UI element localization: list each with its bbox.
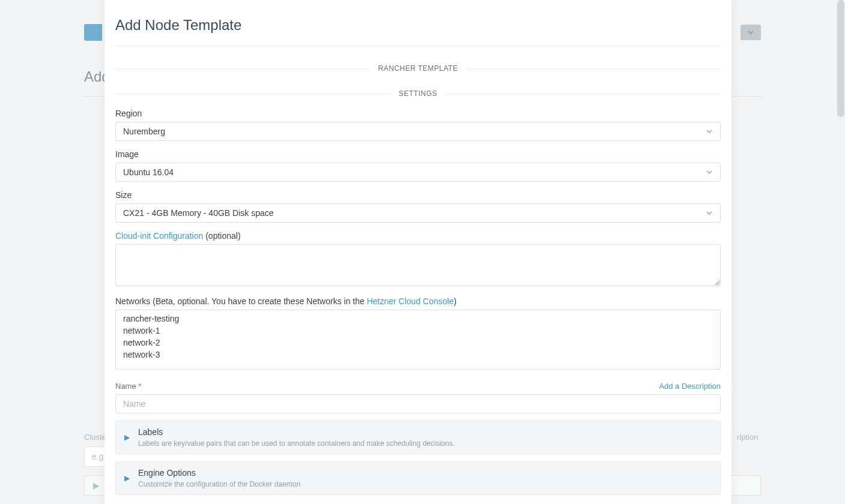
triangle-right-icon: ▶	[124, 433, 130, 442]
list-item[interactable]: network-1	[116, 325, 712, 337]
cloudinit-field: Cloud-init Configuration (optional)	[115, 231, 721, 288]
triangle-right-icon: ▶	[124, 474, 130, 482]
labels-accordion[interactable]: ▶ Labels Labels are key/value pairs that…	[115, 421, 721, 454]
chevron-down-icon	[706, 209, 713, 217]
app-logo	[84, 24, 102, 41]
engine-title: Engine Options	[138, 468, 300, 478]
networks-field: Networks (Beta, optional. You have to cr…	[115, 296, 721, 370]
cloudinit-link[interactable]: Cloud-init Configuration	[115, 231, 203, 241]
image-field: Image Ubuntu 16.04	[115, 149, 721, 182]
name-label: Name	[115, 382, 136, 391]
networks-label-post: )	[453, 296, 456, 306]
required-asterisk: *	[138, 382, 141, 391]
region-select[interactable]: Nuremberg	[115, 122, 721, 141]
cloudinit-label: Cloud-init Configuration (optional)	[115, 231, 721, 241]
section-rancher-template: RANCHER TEMPLATE	[115, 64, 721, 73]
chevron-down-icon	[706, 128, 713, 135]
region-field: Region Nuremberg	[115, 109, 721, 141]
region-label: Region	[115, 109, 721, 118]
section-settings: SETTINGS	[115, 89, 721, 98]
list-item[interactable]: rancher-testing	[116, 313, 712, 325]
listbox-scrollbar[interactable]	[712, 310, 721, 370]
image-value: Ubuntu 16.04	[123, 167, 174, 177]
section-label: RANCHER TEMPLATE	[370, 64, 467, 73]
engine-desc: Customize the configuration of the Docke…	[138, 480, 300, 488]
name-row: Name * Add a Description	[115, 382, 721, 391]
size-value: CX21 - 4GB Memory - 40GB Disk space	[123, 208, 274, 218]
chevron-down-icon	[747, 29, 754, 36]
networks-listbox[interactable]: rancher-testing network-1 network-2 netw…	[115, 310, 712, 370]
header-dropdown-button[interactable]	[741, 25, 761, 40]
region-value: Nuremberg	[123, 127, 165, 136]
page-scrollbar[interactable]	[837, 0, 844, 117]
cloudinit-textarea[interactable]	[115, 244, 721, 286]
size-label: Size	[115, 190, 721, 200]
labels-desc: Labels are key/value pairs that can be u…	[138, 439, 455, 448]
labels-title: Labels	[138, 427, 455, 437]
add-node-template-modal: Add Node Template RANCHER TEMPLATE SETTI…	[104, 0, 731, 504]
size-field: Size CX21 - 4GB Memory - 40GB Disk space	[115, 190, 721, 223]
triangle-right-icon: ▶	[93, 481, 100, 490]
chevron-down-icon	[706, 169, 713, 176]
networks-label-pre: Networks (Beta, optional. You have to cr…	[115, 296, 367, 306]
backdrop-right-label: ription	[737, 433, 761, 442]
section-label: SETTINGS	[390, 89, 446, 98]
engine-options-accordion[interactable]: ▶ Engine Options Customize the configura…	[115, 461, 721, 495]
add-description-link[interactable]: Add a Description	[659, 382, 721, 391]
cloudinit-optional: (optional)	[203, 231, 240, 241]
networks-label: Networks (Beta, optional. You have to cr…	[115, 296, 721, 306]
list-item[interactable]: network-3	[116, 349, 712, 361]
modal-title: Add Node Template	[115, 11, 721, 46]
name-input[interactable]	[115, 394, 721, 413]
hetzner-console-link[interactable]: Hetzner Cloud Console	[367, 296, 454, 306]
image-label: Image	[115, 149, 721, 159]
size-select[interactable]: CX21 - 4GB Memory - 40GB Disk space	[115, 203, 721, 223]
image-select[interactable]: Ubuntu 16.04	[115, 163, 721, 182]
list-item[interactable]: network-2	[116, 337, 712, 349]
